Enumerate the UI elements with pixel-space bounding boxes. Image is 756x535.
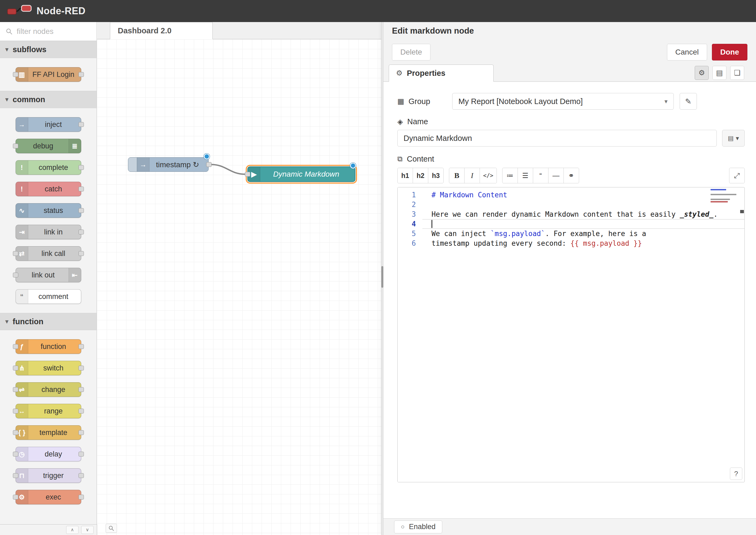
output-port[interactable]: [78, 387, 84, 392]
output-port[interactable]: [78, 230, 84, 235]
input-port[interactable]: [13, 430, 18, 435]
input-port[interactable]: [13, 366, 18, 371]
inject-run-button[interactable]: [128, 157, 137, 172]
output-port[interactable]: [78, 452, 84, 457]
unordered-list-button[interactable]: ☰: [518, 168, 533, 183]
panel-resize-handle[interactable]: [381, 266, 383, 288]
palette-node-template[interactable]: { }template: [15, 425, 81, 440]
delete-button[interactable]: Delete: [392, 44, 431, 61]
tab-properties[interactable]: ⚙ Properties: [389, 65, 493, 82]
palette-node-function[interactable]: ƒfunction: [15, 339, 81, 354]
link-out-icon: ⇤: [69, 268, 81, 282]
appearance-icon-button[interactable]: ❏: [730, 66, 744, 80]
cancel-button[interactable]: Cancel: [667, 44, 707, 61]
palette-node-link-in[interactable]: ⇥link in: [15, 225, 81, 239]
palette-node-debug[interactable]: ≣debug: [15, 139, 81, 153]
tab-dashboard-2-0[interactable]: Dashboard 2.0: [110, 22, 213, 39]
debug-icon: ≣: [69, 139, 81, 153]
code-line[interactable]: [422, 219, 744, 229]
palette-node-complete[interactable]: !complete: [15, 160, 81, 175]
palette-node-trigger[interactable]: ⊓trigger: [15, 468, 81, 483]
output-port[interactable]: [78, 72, 84, 77]
group-select[interactable]: My Report [Notebook Layout Demo] ▾: [452, 93, 674, 110]
h2-button[interactable]: h2: [413, 168, 428, 183]
code-line[interactable]: [422, 200, 744, 210]
input-port[interactable]: [13, 387, 18, 392]
link-button[interactable]: ⚭: [564, 168, 579, 183]
input-port[interactable]: [13, 495, 18, 499]
output-port[interactable]: [78, 344, 84, 349]
input-port[interactable]: [13, 408, 18, 413]
palette-node-switch[interactable]: ⋔switch: [15, 361, 81, 375]
node-enabled-toggle[interactable]: ○ Enabled: [394, 521, 442, 533]
code-line[interactable]: We can inject `msg.payload`. For example…: [422, 229, 744, 239]
output-port[interactable]: [78, 122, 84, 127]
input-port[interactable]: [13, 273, 18, 277]
output-port[interactable]: [78, 473, 84, 478]
palette-category-subflows[interactable]: ▾subflows: [0, 41, 97, 58]
input-port[interactable]: [245, 172, 250, 177]
output-port[interactable]: [78, 165, 84, 170]
output-port[interactable]: [78, 366, 84, 371]
output-port[interactable]: [78, 495, 84, 499]
output-port[interactable]: [78, 408, 84, 413]
inject-node-body[interactable]: → timestamp ↻: [137, 157, 209, 172]
collapse-categories-button[interactable]: ∧: [66, 526, 78, 534]
palette-category-common[interactable]: ▾common: [0, 91, 97, 108]
palette-node-change[interactable]: ⇌change: [15, 382, 81, 397]
palette-node-inject[interactable]: →inject: [15, 117, 81, 132]
done-button[interactable]: Done: [712, 44, 747, 61]
palette-node-catch[interactable]: !catch: [15, 182, 81, 196]
input-port[interactable]: [13, 452, 18, 457]
editor-code-area[interactable]: # Markdown ContentHere we can render dyn…: [422, 187, 744, 482]
palette-node-status[interactable]: ∿status: [15, 203, 81, 218]
input-port[interactable]: [13, 344, 18, 349]
flow-node-dynamic-markdown[interactable]: ▶ Dynamic Markdown: [247, 166, 355, 182]
palette-category-function[interactable]: ▾function: [0, 313, 97, 330]
output-port[interactable]: [78, 186, 84, 191]
horizontal-rule-button[interactable]: —: [548, 168, 564, 183]
code-line[interactable]: # Markdown Content: [422, 190, 744, 200]
palette-node-link-call[interactable]: ⇄link call: [15, 246, 81, 261]
input-port[interactable]: [13, 144, 18, 148]
flow-node-timestamp[interactable]: → timestamp ↻: [128, 157, 209, 172]
name-input[interactable]: Dynamic Markdown: [397, 130, 717, 147]
palette-node-label: template: [28, 426, 79, 439]
edit-group-button[interactable]: ✎: [680, 93, 697, 110]
code-line[interactable]: Here we can render dynamic Markdown cont…: [422, 210, 744, 219]
input-port[interactable]: [13, 473, 18, 478]
palette-node-link-out[interactable]: ⇤link out: [15, 268, 81, 282]
output-port[interactable]: [78, 430, 84, 435]
description-icon-button[interactable]: ▤: [713, 66, 726, 80]
expand-categories-button[interactable]: ∨: [81, 526, 94, 534]
palette-category-label: common: [13, 95, 45, 104]
changed-indicator: [204, 154, 210, 159]
output-port[interactable]: [78, 251, 84, 256]
code-line[interactable]: timestamp updating every second: {{ msg.…: [422, 239, 744, 248]
tray-button-row: Delete Cancel Done: [383, 40, 756, 65]
palette-node-delay[interactable]: ◷delay: [15, 447, 81, 461]
palette-node-exec[interactable]: ⚙exec: [15, 490, 81, 504]
palette-node-comment[interactable]: “comment: [15, 289, 81, 304]
properties-icon-button[interactable]: ⚙: [695, 66, 709, 80]
palette-search-input[interactable]: filter nodes: [0, 22, 97, 41]
palette-node-ff-api-login[interactable]: ▥FF API Login: [15, 67, 81, 82]
name-options-button[interactable]: ▤ ▾: [722, 130, 745, 147]
input-port[interactable]: [13, 72, 18, 77]
h1-button[interactable]: h1: [397, 168, 413, 183]
zoom-search-button[interactable]: [106, 524, 117, 533]
editor-expand-button[interactable]: ⤢: [729, 168, 745, 183]
bold-button[interactable]: B: [449, 168, 464, 183]
editor-help-button[interactable]: ?: [730, 467, 742, 480]
ordered-list-button[interactable]: ≔: [502, 168, 518, 183]
palette-node-range[interactable]: ↔range: [15, 404, 81, 418]
output-port[interactable]: [206, 162, 211, 167]
input-port[interactable]: [13, 251, 18, 256]
h3-button[interactable]: h3: [428, 168, 444, 183]
italic-button[interactable]: I: [464, 168, 480, 183]
blockquote-button[interactable]: “: [533, 168, 548, 183]
output-port[interactable]: [78, 208, 84, 213]
markdown-code-editor[interactable]: 123456 # Markdown ContentHere we can ren…: [397, 187, 745, 482]
inline-code-button[interactable]: </>: [480, 168, 497, 183]
flow-canvas[interactable]: → timestamp ↻ ▶ Dynamic Markdown: [97, 39, 381, 535]
